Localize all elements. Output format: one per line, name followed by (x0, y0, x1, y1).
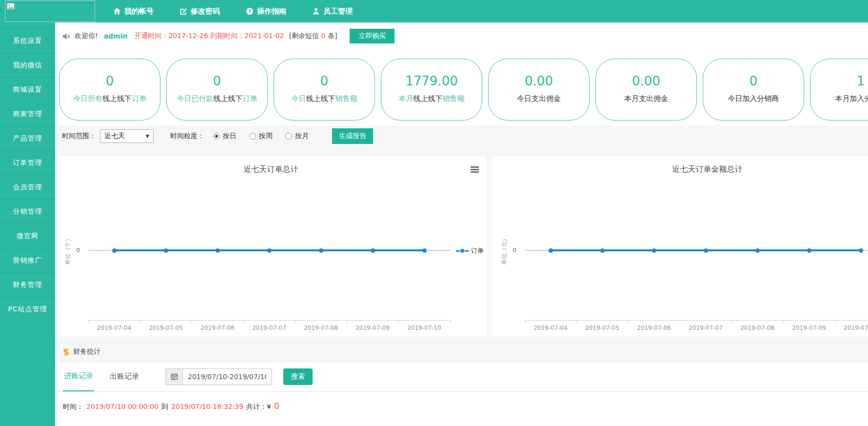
to-word: 到 (161, 403, 168, 410)
x-axis-date-label: 2019-07-04 (533, 325, 568, 331)
data-point (164, 248, 168, 253)
stat-label: 本月支出佣金 (596, 94, 696, 103)
buy-now-button[interactable]: 立即购买 (350, 29, 395, 43)
x-axis-date-label: 2019-07-04 (97, 325, 131, 331)
time-label: 时间： (63, 403, 83, 410)
nav-item-label: 操作指南 (257, 7, 286, 16)
sidebar-item-11[interactable]: 财务管理 (0, 272, 55, 297)
sidebar-item-10[interactable]: 营销推广 (0, 248, 55, 272)
broken-image-icon (7, 2, 15, 10)
home-icon (113, 7, 121, 15)
data-point (704, 248, 708, 253)
y-axis-tick: 0 (76, 247, 80, 254)
time-start: 2019/07/10 00:00:00 (86, 403, 158, 410)
data-point (549, 248, 553, 253)
x-axis-tick (576, 320, 577, 323)
x-axis-date-label: 2019-07-06 (637, 325, 671, 331)
tab-outgoing-records[interactable]: 出账记录 (109, 362, 140, 391)
stat-value: 0 (167, 74, 267, 88)
data-point (267, 248, 272, 253)
edit-icon (179, 7, 187, 15)
report-zone: 时间范围： 近七天 ▼ 时间粒度： 按日按周按月 生成报告 近七天订单总计单位（… (55, 125, 868, 342)
stat-card-4: 1779.00本月线上线下销售额 (381, 59, 482, 121)
finance-tabs-row: 进账记录 出账记录 搜索 (55, 362, 868, 392)
radio-按周[interactable]: 按周 (249, 132, 273, 141)
chart-legend[interactable]: 订单 (456, 246, 484, 255)
logo-box (5, 0, 95, 22)
radio-circle (285, 133, 292, 140)
finance-title: 财务统计 (73, 347, 100, 356)
x-axis-tick (295, 320, 296, 323)
sidebar-item-2[interactable]: 我的微信 (0, 53, 55, 77)
nav-item-label: 我的帐号 (124, 7, 154, 16)
stat-card-7: 0今日加入分销商 (703, 59, 804, 121)
sidebar: 系统设置我的微信商城设置商家管理产品管理订单管理会员管理分销管理微官网营销推广财… (0, 22, 55, 426)
stat-label: 本月线上线下销售额 (381, 94, 482, 103)
data-point (755, 248, 760, 253)
sidebar-item-8[interactable]: 分销管理 (0, 199, 55, 223)
stat-value: 0.00 (489, 74, 589, 88)
sidebar-item-3[interactable]: 商城设置 (0, 77, 55, 101)
sidebar-item-12[interactable]: PC站点管理 (0, 297, 55, 321)
radio-label: 按周 (259, 132, 273, 141)
chart-menu-icon[interactable] (471, 166, 479, 174)
help-icon: ? (246, 7, 254, 15)
account-period: 开通时间：2017-12-26 到期时间：2021-01-02 (134, 32, 284, 41)
sidebar-item-6[interactable]: 订单管理 (0, 150, 55, 175)
sidebar-item-9[interactable]: 微官网 (0, 223, 55, 248)
sidebar-spacer (0, 22, 55, 28)
date-range-group (165, 368, 272, 385)
stat-label: 今日已付款线上线下订单 (167, 94, 267, 103)
chart-title: 近七天订单金额总计 (492, 164, 868, 175)
report-controls: 时间范围： 近七天 ▼ 时间粒度： 按日按周按月 生成报告 (55, 125, 868, 147)
dollar-icon: $ (63, 346, 69, 357)
sidebar-item-1[interactable]: 系统设置 (0, 28, 55, 53)
x-axis-tick (731, 320, 732, 323)
legend-label: 订单 (471, 246, 484, 255)
sms-remaining: [剩余短信 0 条] (289, 32, 337, 41)
total-value: 0 (274, 401, 279, 411)
x-axis-tick (88, 320, 89, 323)
welcome-greeting: 欢迎你! (75, 32, 98, 41)
time-range-select[interactable]: 近七天 ▼ (100, 129, 154, 143)
search-button[interactable]: 搜索 (283, 368, 313, 385)
radio-按日[interactable]: 按日 (213, 132, 237, 141)
nav-item-1[interactable]: 我的帐号 (113, 7, 154, 16)
chart-panel-1: 近七天订单总计单位（个）02019-07-042019-07-052019-07… (55, 156, 487, 336)
stat-value: 0.00 (596, 74, 696, 88)
stat-card-3: 0今日线上线下销售额 (274, 59, 375, 121)
stat-value: 1779.00 (381, 74, 482, 88)
radio-label: 按日 (223, 132, 237, 141)
data-point (859, 248, 863, 253)
radio-按月[interactable]: 按月 (285, 132, 309, 141)
sidebar-item-5[interactable]: 产品管理 (0, 126, 55, 150)
time-range-value: 近七天 (104, 132, 146, 141)
x-axis-tick (835, 320, 835, 323)
total-label: 共计：¥ (246, 403, 271, 410)
calendar-icon[interactable] (165, 368, 183, 385)
date-range-input[interactable] (183, 368, 272, 385)
stat-value: 0 (274, 74, 375, 88)
charts-row: 近七天订单总计单位（个）02019-07-042019-07-052019-07… (55, 147, 868, 342)
x-axis-date-label: 2019-07-10 (844, 325, 868, 331)
y-axis-label: 单位（元） (500, 236, 509, 265)
x-axis-date-label: 2019-07-09 (355, 325, 390, 331)
stat-label: 本月加入分销商 (810, 94, 868, 103)
x-axis-tick (398, 320, 399, 323)
nav-item-4[interactable]: 员工管理 (312, 7, 353, 16)
nav-item-2[interactable]: 修改密码 (179, 7, 220, 16)
data-point (600, 248, 605, 253)
x-axis-date-label: 2019-07-09 (792, 325, 826, 331)
main-content: 欢迎你! admin 开通时间：2017-12-26 到期时间：2021-01-… (55, 22, 868, 426)
x-axis-date-label: 2019-07-05 (585, 325, 619, 331)
x-axis-tick (192, 320, 192, 323)
sidebar-item-4[interactable]: 商家管理 (0, 101, 55, 126)
tab-income-records[interactable]: 进账记录 (63, 362, 94, 391)
nav-item-3[interactable]: ?操作指南 (246, 7, 286, 16)
sidebar-item-7[interactable]: 会员管理 (0, 175, 55, 199)
data-point (319, 248, 323, 253)
generate-report-button[interactable]: 生成报告 (332, 128, 373, 144)
radio-label: 按月 (295, 132, 309, 141)
data-point (807, 248, 811, 253)
svg-text:?: ? (248, 9, 251, 14)
